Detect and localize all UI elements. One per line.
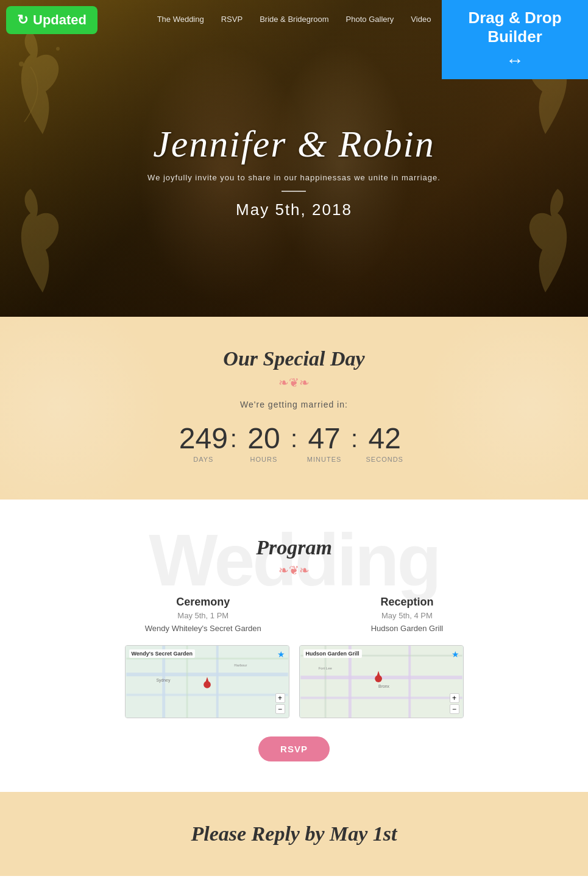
- countdown-timer: 249 Days : 20 Hours : 47 Minutes : 42 Se…: [12, 424, 576, 463]
- reception-event: Reception May 5th, 4 PM Hudson Garden Gr…: [371, 596, 444, 633]
- map-reception[interactable]: Bronx Fort Lee Hudson Garden Grill ★ + −: [299, 645, 464, 718]
- dnd-badge: Drag & DropBuilder ↔: [442, 0, 588, 79]
- floral-br-decoration: [515, 183, 576, 305]
- special-day-section: Our Special Day ❧❦❧ We're getting marrie…: [0, 317, 588, 500]
- countdown-minutes: 47 Minutes: [300, 424, 349, 463]
- colon-1: :: [230, 425, 237, 453]
- hero-nav: The Wedding RSVP Bride & Bridegroom Phot…: [157, 15, 431, 24]
- dnd-label: Drag & DropBuilder: [468, 9, 561, 46]
- nav-item-rsvp[interactable]: RSVP: [221, 15, 243, 24]
- countdown-hours: 20 Hours: [239, 424, 288, 463]
- move-icon: ↔: [453, 50, 577, 71]
- map2-controls[interactable]: + −: [450, 693, 459, 714]
- svg-rect-5: [216, 646, 218, 718]
- map1-zoom-in[interactable]: +: [275, 693, 285, 703]
- minutes-value: 47: [300, 424, 349, 453]
- hero-divider: [282, 191, 306, 192]
- map1-label: Wendy's Secret Garden: [129, 649, 196, 658]
- program-title: Program: [12, 536, 576, 559]
- seconds-label: Seconds: [360, 456, 409, 463]
- map1-controls[interactable]: + −: [275, 693, 285, 714]
- program-section: Wedding Program ❧❦❧ Ceremony May 5th, 1 …: [0, 500, 588, 792]
- rsvp-button[interactable]: RSVP: [258, 736, 330, 761]
- hero-section: ↻ Updated Drag & DropBuilder ↔ The Weddi…: [0, 0, 588, 317]
- svg-point-0: [19, 62, 24, 66]
- maps-row: Sydney Harbour Wendy's Secret Garden ★ +…: [12, 645, 576, 718]
- map-ceremony-inner: Sydney Harbour Wendy's Secret Garden ★ +…: [126, 646, 289, 718]
- svg-text:Bronx: Bronx: [378, 684, 390, 688]
- countdown-days: 249 Days: [179, 424, 228, 463]
- updated-label: Updated: [33, 12, 87, 28]
- colon-2: :: [291, 425, 297, 453]
- hero-subtitle: We joyfully invite you to share in our h…: [147, 173, 441, 182]
- days-label: Days: [179, 456, 228, 463]
- svg-rect-6: [126, 694, 288, 696]
- colon-3: :: [351, 425, 358, 453]
- nav-item-gallery[interactable]: Photo Gallery: [346, 15, 394, 24]
- getting-married-text: We're getting married in:: [12, 400, 576, 409]
- floral-tl-decoration: [12, 24, 73, 146]
- reply-section: Please Reply by May 1st: [0, 792, 588, 876]
- program-events: Ceremony May 5th, 1 PM Wendy Whiteley's …: [12, 596, 576, 633]
- floral-bl-decoration: [12, 183, 73, 305]
- ceremony-venue: Wendy Whiteley's Secret Garden: [145, 624, 261, 633]
- svg-rect-3: [126, 673, 288, 676]
- days-value: 249: [179, 424, 228, 453]
- map1-star: ★: [277, 649, 285, 659]
- svg-rect-7: [126, 658, 288, 660]
- special-day-title: Our Special Day: [12, 347, 576, 370]
- map2-star: ★: [452, 649, 459, 659]
- map2-zoom-in[interactable]: +: [450, 693, 459, 703]
- countdown-seconds: 42 Seconds: [360, 424, 409, 463]
- hours-value: 20: [239, 424, 288, 453]
- reception-venue: Hudson Garden Grill: [371, 624, 444, 633]
- special-day-ornament: ❧❦❧: [12, 375, 576, 390]
- nav-item-video[interactable]: Video: [411, 15, 431, 24]
- program-content: Program ❧❦❧ Ceremony May 5th, 1 PM Wendy…: [12, 536, 576, 761]
- hero-date: May 5th, 2018: [147, 200, 441, 219]
- svg-point-1: [56, 47, 60, 51]
- reply-title: Please Reply by May 1st: [12, 822, 576, 846]
- map2-zoom-out[interactable]: −: [450, 704, 459, 714]
- hero-content: Jennifer & Robin We joyfully invite you …: [147, 122, 441, 219]
- program-ornament: ❧❦❧: [12, 563, 576, 577]
- svg-text:Harbour: Harbour: [234, 663, 247, 667]
- reception-name: Reception: [371, 596, 444, 609]
- svg-text:Sydney: Sydney: [156, 678, 170, 683]
- map1-zoom-out[interactable]: −: [275, 704, 285, 714]
- hero-title: Jennifer & Robin: [147, 122, 441, 166]
- nav-item-bride[interactable]: Bride & Bridegroom: [260, 15, 328, 24]
- map2-label: Hudson Garden Grill: [303, 649, 362, 658]
- ceremony-name: Ceremony: [145, 596, 261, 609]
- seconds-value: 42: [360, 424, 409, 453]
- sync-icon: ↻: [17, 12, 28, 28]
- nav-item-wedding[interactable]: The Wedding: [157, 15, 204, 24]
- svg-text:Fort Lee: Fort Lee: [318, 666, 332, 670]
- ceremony-time: May 5th, 1 PM: [145, 611, 261, 620]
- minutes-label: Minutes: [300, 456, 349, 463]
- hours-label: Hours: [239, 456, 288, 463]
- map-reception-inner: Bronx Fort Lee Hudson Garden Grill ★ + −: [300, 646, 463, 718]
- reception-time: May 5th, 4 PM: [371, 611, 444, 620]
- updated-badge: ↻ Updated: [6, 6, 97, 34]
- ceremony-event: Ceremony May 5th, 1 PM Wendy Whiteley's …: [145, 596, 261, 633]
- map-ceremony[interactable]: Sydney Harbour Wendy's Secret Garden ★ +…: [125, 645, 289, 718]
